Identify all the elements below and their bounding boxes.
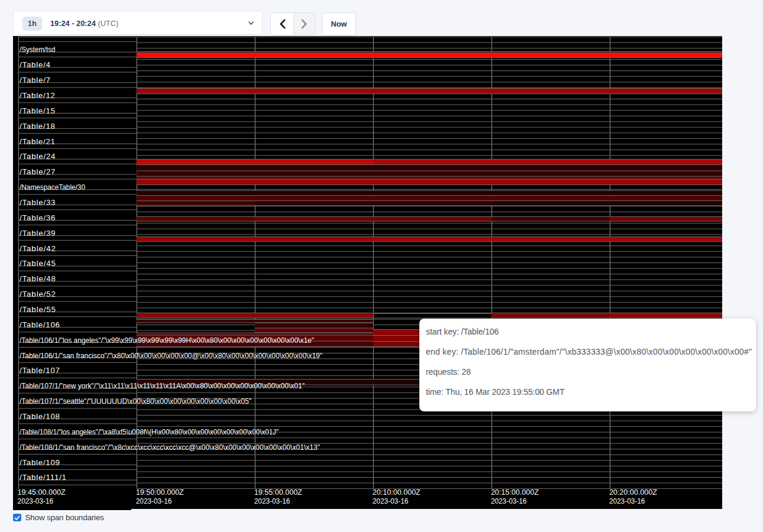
svg-text:20:20:00.000Z: 20:20:00.000Z bbox=[609, 488, 657, 497]
svg-text:2023-03-16: 2023-03-16 bbox=[254, 496, 290, 505]
svg-text:20:15:00.000Z: 20:15:00.000Z bbox=[491, 488, 539, 497]
svg-text:/Table/48: /Table/48 bbox=[20, 274, 56, 283]
svg-text:20:10:00.000Z: 20:10:00.000Z bbox=[373, 488, 421, 497]
svg-text:/Table/52: /Table/52 bbox=[20, 290, 56, 299]
svg-text:/Table/109: /Table/109 bbox=[20, 458, 60, 466]
svg-text:2023-03-16: 2023-03-16 bbox=[373, 496, 409, 505]
svg-text:/Table/106: /Table/106 bbox=[20, 320, 60, 329]
svg-text:19:45:00.000Z: 19:45:00.000Z bbox=[18, 488, 66, 497]
svg-text:/Table/107/1/"seattle"/"UUUUUU: /Table/107/1/"seattle"/"UUUUUUD\x00\x80\… bbox=[20, 397, 251, 406]
svg-text:/Table/15: /Table/15 bbox=[20, 106, 55, 115]
svg-text:/Table/42: /Table/42 bbox=[20, 244, 56, 252]
svg-text:/Table/55: /Table/55 bbox=[20, 305, 56, 314]
svg-text:/Table/45: /Table/45 bbox=[20, 259, 56, 268]
svg-text:19:55:00.000Z: 19:55:00.000Z bbox=[254, 488, 302, 497]
svg-text:/Table/36: /Table/36 bbox=[20, 213, 56, 222]
svg-text:/Table/111/1: /Table/111/1 bbox=[20, 473, 66, 482]
svg-text:/Table/27: /Table/27 bbox=[20, 167, 56, 176]
svg-text:2023-03-16: 2023-03-16 bbox=[18, 496, 54, 505]
svg-text:/NamespaceTable/30: /NamespaceTable/30 bbox=[20, 183, 85, 192]
svg-text:/Table/108/1/"san francisco"/": /Table/108/1/"san francisco"/"\x8c\xcc\x… bbox=[20, 442, 320, 451]
svg-text:/Table/108: /Table/108 bbox=[20, 412, 60, 421]
svg-text:/Table/7: /Table/7 bbox=[20, 76, 50, 85]
svg-text:/Table/39: /Table/39 bbox=[20, 228, 56, 237]
svg-text:/Table/24: /Table/24 bbox=[20, 152, 56, 161]
svg-text:2023-03-16: 2023-03-16 bbox=[136, 496, 172, 505]
svg-text:/Table/106/1/"los angeles"/"\x: /Table/106/1/"los angeles"/"\x99\x99\x99… bbox=[20, 335, 314, 344]
svg-text:2023-03-16: 2023-03-16 bbox=[491, 496, 527, 505]
svg-text:/Table/12: /Table/12 bbox=[20, 91, 55, 100]
svg-text:/Table/33: /Table/33 bbox=[20, 198, 56, 207]
svg-text:/System/tsd: /System/tsd bbox=[20, 45, 55, 54]
svg-text:/Table/107: /Table/107 bbox=[20, 366, 60, 375]
svg-text:/Table/106/1/"san francisco"/": /Table/106/1/"san francisco"/"\x80\x00\x… bbox=[20, 351, 322, 359]
svg-text:19:50:00.000Z: 19:50:00.000Z bbox=[136, 488, 184, 497]
svg-text:/Table/4: /Table/4 bbox=[20, 60, 50, 69]
svg-text:/Table/108/1/"los angeles"/"\x: /Table/108/1/"los angeles"/"\xa8\xf5\u00… bbox=[20, 427, 279, 436]
svg-text:/Table/18: /Table/18 bbox=[20, 121, 55, 130]
svg-text:/Table/21: /Table/21 bbox=[20, 137, 55, 145]
svg-text:/Table/107/1/"new york"/"\x11\: /Table/107/1/"new york"/"\x11\x11\x11\x1… bbox=[20, 381, 305, 390]
svg-text:2023-03-16: 2023-03-16 bbox=[609, 496, 645, 505]
